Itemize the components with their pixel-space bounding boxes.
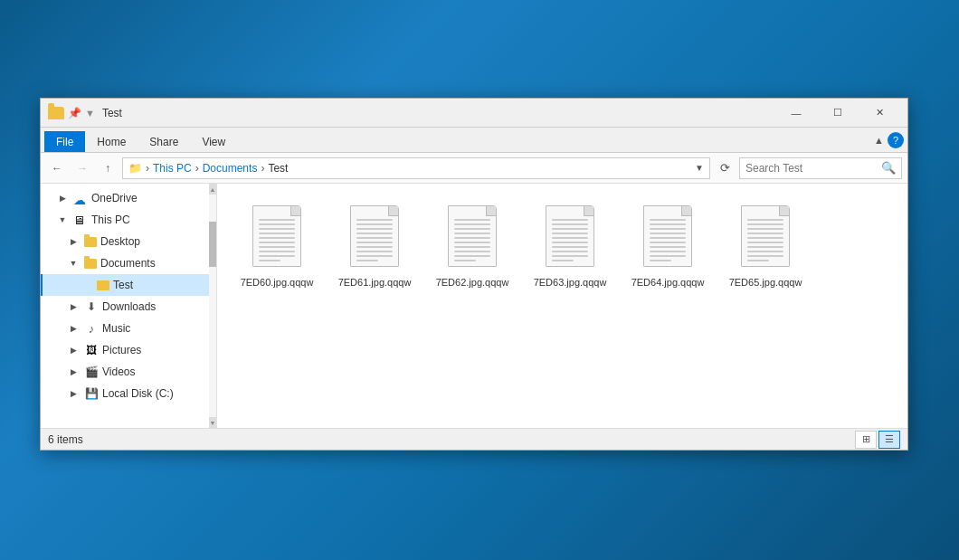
sidebar-item-downloads[interactable]: Downloads [41, 296, 216, 318]
sidebar-item-desktop[interactable]: Desktop [41, 231, 216, 252]
sidebar-scrollbar: ▲ ▼ [209, 184, 216, 428]
scrollbar-up[interactable]: ▲ [209, 184, 216, 195]
file-icon [250, 205, 304, 271]
sidebar-item-test[interactable]: Test [41, 274, 216, 296]
ribbon-collapse-button[interactable]: ▲ [874, 135, 884, 146]
back-button[interactable]: ← [46, 157, 68, 179]
thispc-expand-arrow [55, 213, 70, 227]
view-list-button[interactable]: ☰ [878, 431, 900, 449]
close-button[interactable]: ✕ [859, 99, 900, 128]
file-item[interactable]: 7ED61.jpg.qqqw [329, 198, 420, 296]
desktop-folder-icon [84, 237, 97, 247]
music-icon [84, 321, 99, 336]
statusbar: 6 items ⊞ ☰ [41, 428, 907, 450]
sidebar-label-downloads: Downloads [102, 300, 213, 313]
search-input[interactable] [745, 162, 881, 175]
maximize-button[interactable]: ☐ [817, 99, 859, 128]
help-button[interactable]: ? [888, 132, 904, 148]
tab-share[interactable]: Share [138, 131, 190, 152]
localdisk-expand-arrow [66, 386, 81, 401]
sidebar-label-localdisk: Local Disk (C:) [102, 387, 213, 400]
pc-icon [73, 214, 88, 226]
sidebar-label-music: Music [102, 322, 213, 335]
file-item[interactable]: 7ED62.jpg.qqqw [427, 198, 517, 296]
window-folder-icon [48, 107, 64, 119]
sidebar-label-documents: Documents [100, 257, 213, 270]
window-controls: — ☐ ✕ [775, 99, 900, 128]
titlebar: 📌 ▼ Test — ☐ ✕ [41, 99, 907, 128]
file-icon [543, 205, 597, 271]
downloads-icon [84, 299, 99, 314]
files-grid: 7ED60.jpg.qqqw7ED61.jpg.qqqw7ED62.jpg.qq… [217, 184, 907, 428]
view-grid-button[interactable]: ⊞ [855, 431, 877, 449]
scrollbar-thumb[interactable] [209, 222, 216, 267]
sidebar-item-documents[interactable]: Documents [41, 252, 216, 274]
sidebar-item-thispc[interactable]: This PC [41, 209, 216, 231]
tab-home[interactable]: Home [85, 131, 138, 152]
file-name: 7ED61.jpg.qqqw [338, 276, 412, 289]
sidebar-label-desktop: Desktop [100, 235, 213, 248]
ribbon-tabs: File Home Share View ▲ ? [41, 128, 907, 153]
breadcrumb-dropdown-button[interactable]: ▼ [695, 163, 704, 173]
file-icon [347, 205, 402, 271]
search-box: 🔍 [739, 157, 902, 179]
search-button[interactable]: 🔍 [881, 161, 896, 175]
addressbar: ← → ↑ 📁 › This PC › Documents › Test ▼ ⟳… [41, 153, 907, 184]
sidebar-label-test: Test [113, 279, 213, 291]
localdisk-icon [84, 386, 99, 401]
file-item[interactable]: 7ED60.jpg.qqqw [232, 198, 322, 296]
downloads-expand-arrow [66, 299, 81, 314]
music-expand-arrow [66, 321, 81, 336]
file-name: 7ED64.jpg.qqqw [631, 276, 705, 289]
view-buttons: ⊞ ☰ [855, 431, 900, 449]
tab-file[interactable]: File [44, 131, 85, 152]
explorer-window: 📌 ▼ Test — ☐ ✕ File Home Share View ▲ ? … [40, 98, 908, 451]
pictures-icon [84, 343, 99, 357]
desktop-expand-arrow [66, 234, 81, 249]
sidebar: OneDrive This PC Desktop Documents [41, 184, 217, 428]
pin-icon: 📌 [68, 107, 81, 119]
file-item[interactable]: 7ED63.jpg.qqqw [525, 198, 615, 296]
breadcrumb-current: Test [268, 162, 288, 175]
sidebar-label-thispc: This PC [91, 214, 213, 226]
onedrive-expand-arrow [55, 191, 70, 205]
up-button[interactable]: ↑ [97, 157, 119, 179]
cloud-icon [73, 193, 88, 204]
breadcrumb-documents[interactable]: Documents [203, 162, 258, 175]
file-item[interactable]: 7ED65.jpg.qqqw [720, 198, 811, 296]
sidebar-item-music[interactable]: Music [41, 318, 216, 339]
scrollbar-down[interactable]: ▼ [209, 417, 216, 428]
sidebar-item-pictures[interactable]: Pictures [41, 339, 216, 361]
main-content: OneDrive This PC Desktop Documents [41, 184, 907, 428]
file-name: 7ED63.jpg.qqqw [534, 276, 607, 289]
file-name: 7ED62.jpg.qqqw [436, 276, 509, 289]
minimize-button[interactable]: — [775, 99, 817, 128]
forward-button[interactable]: → [71, 157, 93, 179]
file-item[interactable]: 7ED64.jpg.qqqw [622, 198, 713, 296]
sidebar-item-onedrive[interactable]: OneDrive [41, 187, 216, 209]
tab-view[interactable]: View [190, 131, 237, 152]
item-count: 6 items [48, 433, 83, 446]
refresh-button[interactable]: ⟳ [714, 157, 736, 179]
sidebar-label-pictures: Pictures [102, 344, 213, 356]
folder-breadcrumb-icon: 📁 [128, 162, 142, 175]
breadcrumb-thispc[interactable]: This PC [153, 162, 192, 175]
file-icon [738, 205, 793, 271]
file-area: 7ED60.jpg.qqqw7ED61.jpg.qqqw7ED62.jpg.qq… [217, 184, 907, 428]
file-name: 7ED65.jpg.qqqw [729, 276, 802, 289]
breadcrumb: 📁 › This PC › Documents › Test ▼ [122, 157, 710, 179]
pictures-expand-arrow [66, 343, 81, 357]
file-icon [445, 205, 499, 271]
window-title: Test [102, 107, 775, 119]
sidebar-label-onedrive: OneDrive [91, 192, 213, 204]
sidebar-item-videos[interactable]: Videos [41, 361, 216, 383]
file-icon [641, 205, 695, 271]
documents-expand-arrow [66, 256, 81, 271]
documents-folder-icon [84, 259, 97, 269]
test-folder-icon [97, 280, 109, 290]
videos-icon [84, 365, 99, 379]
sidebar-item-localdisk[interactable]: Local Disk (C:) [41, 383, 216, 404]
file-name: 7ED60.jpg.qqqw [241, 276, 314, 289]
titlebar-icons: 📌 ▼ [48, 107, 95, 119]
videos-expand-arrow [66, 365, 81, 379]
